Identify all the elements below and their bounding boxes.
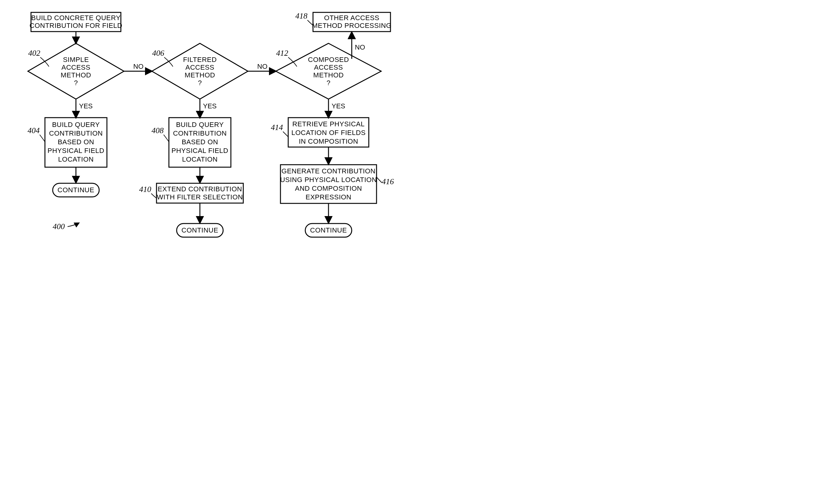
figure-arrow [68,223,79,227]
node-410: EXTEND CONTRIBUTION WITH FILTER SELECTIO… [156,183,243,203]
text: BASED ON [181,138,218,146]
text: ACCESS [314,63,343,71]
edge-label-yes: YES [79,102,93,110]
node-402-decision: SIMPLE ACCESS METHOD ? [28,43,124,99]
text: FILTERED [183,56,217,63]
label-406: 406 [152,49,164,58]
text: COMPOSED [308,56,349,63]
text: ? [74,79,78,87]
text: ? [198,79,202,87]
label-tick [40,135,45,142]
node-408: BUILD QUERY CONTRIBUTION BASED ON PHYSIC… [169,118,231,167]
text: ACCESS [61,63,90,71]
text: BUILD QUERY [176,121,224,128]
text: PHYSICAL FIELD [47,147,104,154]
text: WITH FILTER SELECTION [157,193,243,201]
text: BUILD QUERY [52,121,100,128]
node-406-decision: FILTERED ACCESS METHOD ? [152,43,248,99]
node-412-decision: COMPOSED ACCESS METHOD ? [276,43,381,99]
node-start: BUILD CONCRETE QUERY CONTRIBUTION FOR FI… [29,12,122,32]
edge-label-no: NO [133,63,143,70]
label-418: 418 [295,11,308,20]
text: USING PHYSICAL LOCATION [280,176,377,184]
text: PHYSICAL FIELD [171,147,228,154]
text: EXTEND CONTRIBUTION [158,185,242,193]
label-414: 414 [271,123,283,132]
text: CONTINUE [181,226,219,234]
node-continue-1: CONTINUE [53,183,99,197]
text: OTHER ACCESS [324,14,379,22]
text: CONTINUE [58,186,94,194]
label-410: 410 [139,185,151,194]
flowchart-diagram: BUILD CONCRETE QUERY CONTRIBUTION FOR FI… [0,0,456,279]
text: GENERATE CONTRIBUTION [281,167,375,175]
edge-label-yes: YES [203,102,217,110]
label-tick [283,132,288,137]
text: CONTINUE [310,226,347,234]
text: ? [327,79,331,87]
text: RETRIEVE PHYSICAL [292,120,364,128]
text: METHOD PROCESSING [312,22,392,29]
text: BASED ON [58,138,94,146]
text: CONTRIBUTION FOR FIELD [29,22,122,29]
text: CONTRIBUTION [173,129,227,137]
figure-label: 400 [53,222,65,231]
text: BUILD CONCRETE QUERY [31,14,120,22]
node-416: GENERATE CONTRIBUTION USING PHYSICAL LOC… [280,165,377,203]
node-continue-2: CONTINUE [177,224,223,237]
text: LOCATION [58,155,94,163]
text: LOCATION [182,155,218,163]
label-404: 404 [28,126,40,135]
label-tick [377,177,382,183]
label-402: 402 [28,49,40,58]
text: METHOD [313,71,344,79]
text: ACCESS [185,63,214,71]
edge-label-no: NO [257,63,268,70]
text: IN COMPOSITION [299,137,358,145]
node-404: BUILD QUERY CONTRIBUTION BASED ON PHYSIC… [45,118,107,167]
node-414: RETRIEVE PHYSICAL LOCATION OF FIELDS IN … [288,118,369,147]
label-tick [163,135,169,142]
text: METHOD [61,71,91,79]
edge-label-no: NO [355,43,365,51]
edge-label-yes: YES [332,102,345,110]
text: LOCATION OF FIELDS [291,129,366,137]
label-416: 416 [382,177,394,186]
text: SIMPLE [63,56,89,63]
node-continue-3: CONTINUE [305,224,352,237]
text: AND COMPOSITION [295,185,362,192]
label-tick [151,193,156,198]
node-418: OTHER ACCESS METHOD PROCESSING [312,12,392,32]
label-412: 412 [276,49,288,58]
text: CONTRIBUTION [49,129,102,137]
text: EXPRESSION [306,193,351,201]
text: METHOD [185,71,215,79]
label-408: 408 [151,126,163,135]
